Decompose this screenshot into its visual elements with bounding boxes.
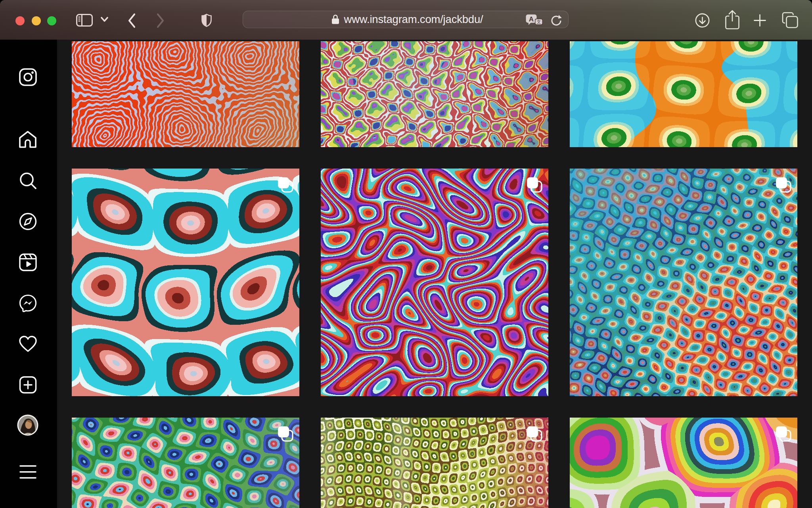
svg-text:文: 文 — [537, 19, 541, 24]
svg-text:A: A — [529, 15, 534, 23]
